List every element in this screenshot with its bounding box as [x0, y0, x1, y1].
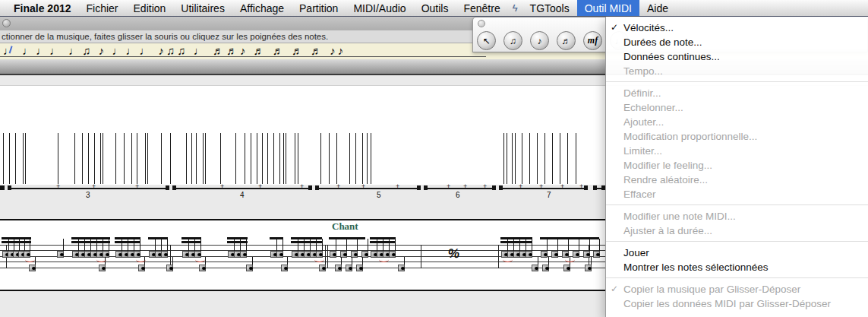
- note-handle[interactable]: [526, 251, 532, 258]
- measure-bracket[interactable]: [8, 188, 169, 189]
- measure-bracket-handle[interactable]: [584, 185, 588, 190]
- measure-bracket-handle[interactable]: [593, 185, 597, 190]
- velocity-bar[interactable]: [23, 133, 24, 184]
- velocity-bar[interactable]: [58, 133, 58, 184]
- velocity-bar[interactable]: [100, 133, 101, 184]
- menubar-item-affichage[interactable]: Affichage: [232, 0, 292, 16]
- measure-bracket-handle[interactable]: [499, 185, 503, 190]
- velocity-bar[interactable]: [537, 133, 538, 184]
- menubar-item-edition[interactable]: Edition: [126, 0, 174, 16]
- note-handle[interactable]: [240, 251, 247, 258]
- note-handle[interactable]: [319, 265, 326, 271]
- velocity-bar[interactable]: [88, 133, 89, 184]
- menubar-item-partition[interactable]: Partition: [292, 0, 346, 16]
- menubar-item-outil-midi[interactable]: Outil MIDI: [577, 0, 639, 16]
- note-handle[interactable]: [532, 265, 538, 271]
- velocity-bar[interactable]: [137, 133, 137, 184]
- velocity-bar[interactable]: [286, 133, 286, 184]
- velocity-bar[interactable]: [371, 133, 371, 184]
- note-handle[interactable]: [551, 251, 558, 258]
- velocity-bar[interactable]: [367, 133, 368, 184]
- note-handle[interactable]: [161, 251, 168, 258]
- note-handle[interactable]: [389, 251, 396, 258]
- velocity-bar[interactable]: [507, 133, 507, 184]
- note-handle[interactable]: [583, 251, 590, 258]
- note-handle[interactable]: [330, 251, 336, 258]
- menubar-item-utilitaires[interactable]: Utilitaires: [173, 0, 232, 16]
- velocity-bar[interactable]: [170, 133, 171, 184]
- note-handle[interactable]: [346, 265, 352, 271]
- note-handle[interactable]: [335, 265, 342, 271]
- measure-bracket-handle[interactable]: [8, 185, 11, 190]
- menubar-item-tgtools[interactable]: TGTools: [522, 0, 577, 16]
- velocity-bar[interactable]: [74, 133, 75, 184]
- note-handle[interactable]: [541, 251, 548, 258]
- velocity-bar[interactable]: [283, 133, 284, 184]
- velocity-bar[interactable]: [15, 133, 16, 184]
- note-handle[interactable]: [281, 265, 288, 271]
- menu-item-durees-de-note[interactable]: Durées de note...: [606, 35, 868, 49]
- menubar-item-fichier[interactable]: Fichier: [79, 0, 126, 16]
- menu-item-donnees-continues[interactable]: Données continues...: [606, 49, 868, 64]
- velocity-bar[interactable]: [329, 133, 330, 184]
- velocity-bar[interactable]: [251, 133, 251, 184]
- velocity-bar[interactable]: [262, 133, 263, 184]
- measure-bracket-handle[interactable]: [492, 185, 496, 190]
- note-handle[interactable]: [542, 265, 549, 271]
- velocity-bar[interactable]: [567, 133, 568, 184]
- note-handle[interactable]: [276, 251, 283, 258]
- menu-item-velocites[interactable]: ✓Vélocités...: [606, 21, 868, 35]
- note-handle[interactable]: [593, 251, 600, 258]
- velocity-bar[interactable]: [515, 133, 516, 184]
- measure-bracket-handle[interactable]: [315, 185, 319, 190]
- note-handle[interactable]: [166, 265, 173, 271]
- velocity-bar[interactable]: [235, 133, 236, 184]
- velocity-bar[interactable]: [203, 133, 204, 184]
- note-handle[interactable]: [29, 265, 36, 271]
- note-handle[interactable]: [57, 251, 64, 258]
- velocity-bar[interactable]: [131, 133, 132, 184]
- velocity-bar[interactable]: [349, 133, 350, 184]
- velocity-bar[interactable]: [529, 133, 530, 184]
- measure-bracket[interactable]: [172, 188, 311, 189]
- note-handle[interactable]: [398, 265, 405, 271]
- velocity-bar[interactable]: [3, 133, 4, 184]
- note-handle[interactable]: [199, 265, 206, 271]
- note-handle[interactable]: [138, 265, 145, 271]
- velocity-bar[interactable]: [94, 133, 95, 184]
- velocity-bar[interactable]: [103, 133, 103, 184]
- velocity-bar[interactable]: [512, 133, 513, 184]
- note-handle[interactable]: [356, 265, 363, 271]
- velocity-bar[interactable]: [9, 133, 10, 184]
- menu-item-jouer[interactable]: Jouer: [606, 246, 868, 260]
- velocity-bar[interactable]: [267, 133, 268, 184]
- measure-bracket-handle[interactable]: [308, 185, 312, 190]
- measure-bracket-handle[interactable]: [424, 185, 428, 190]
- velocity-bar[interactable]: [145, 133, 146, 184]
- velocity-bar[interactable]: [196, 133, 197, 184]
- measure-bracket-handle[interactable]: [1, 185, 5, 190]
- velocity-bar[interactable]: [273, 133, 274, 184]
- menubar-item-midi-audio[interactable]: MIDI/Audio: [346, 0, 413, 16]
- menubar-item-outils[interactable]: Outils: [414, 0, 456, 16]
- velocity-bar[interactable]: [186, 133, 187, 184]
- velocity-bar[interactable]: [191, 133, 192, 184]
- velocity-bar[interactable]: [560, 133, 560, 184]
- velocity-bar[interactable]: [115, 133, 116, 184]
- note-handle[interactable]: [563, 265, 570, 271]
- velocity-bar[interactable]: [522, 133, 522, 184]
- note-handle[interactable]: [585, 265, 592, 271]
- menubar-item-fenetre[interactable]: Fenêtre: [456, 0, 507, 16]
- velocity-bar[interactable]: [576, 133, 576, 184]
- velocity-bar[interactable]: [124, 133, 125, 184]
- palette-close-button[interactable]: [478, 20, 485, 27]
- menubar-item-finale-2012[interactable]: Finale 2012: [6, 0, 79, 16]
- note-handle[interactable]: [573, 251, 579, 258]
- continuous-data-tool-icon[interactable]: ♬: [557, 31, 576, 50]
- note-handle[interactable]: [99, 265, 106, 271]
- staff-tool-icon[interactable]: ♫: [503, 31, 522, 50]
- velocity-bar[interactable]: [220, 133, 221, 184]
- finalescript-icon[interactable]: ϟ: [508, 0, 522, 16]
- velocity-bar[interactable]: [503, 133, 504, 184]
- velocity-bar[interactable]: [25, 133, 26, 184]
